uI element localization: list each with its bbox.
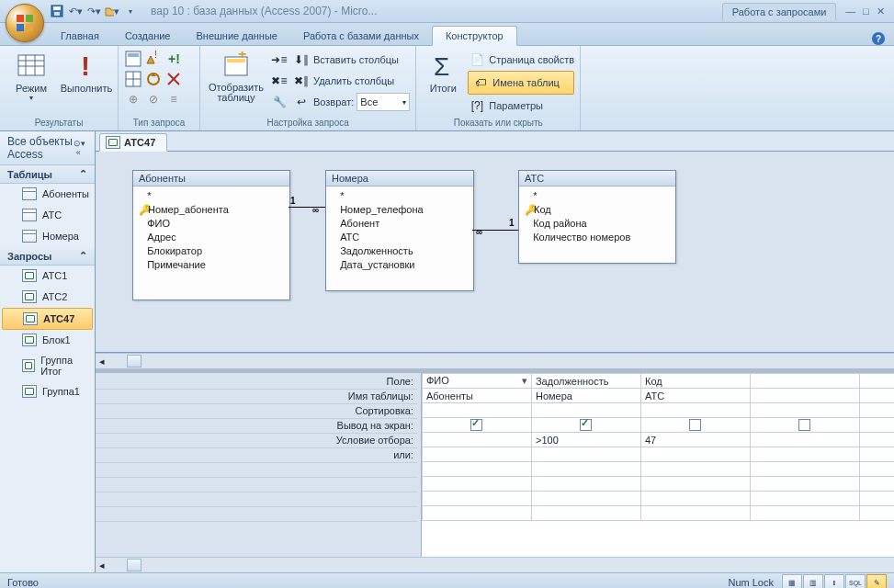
window-title: вар 10 : база данных (Access 2007) - Mic…	[141, 5, 719, 17]
svg-rect-6	[54, 12, 60, 16]
svg-rect-14	[128, 53, 139, 57]
close-icon[interactable]: ✕	[877, 6, 885, 17]
property-sheet-button[interactable]: 📄Страница свойств	[468, 50, 574, 70]
group-querysetup: + Отобразить таблицу ➜≡ ✖≡ 🔧 ⬇∥Вставить …	[200, 46, 416, 130]
group-showhide-title: Показать или скрыть	[422, 118, 574, 129]
show-checkbox[interactable]	[689, 419, 701, 431]
union-icon[interactable]: ⊕	[124, 90, 142, 108]
svg-text:!: !	[81, 51, 90, 81]
diagram-pane[interactable]: Абоненты * 🔑Номер_абонента ФИО Адрес Бло…	[96, 152, 894, 353]
office-button[interactable]	[6, 4, 44, 42]
nav-item-gruppa1[interactable]: Группа1	[0, 381, 95, 402]
qbe-show-row	[422, 418, 894, 433]
svg-text:Σ: Σ	[434, 52, 449, 81]
relation-one: 1	[290, 196, 296, 206]
nav-item-blok1[interactable]: Блок1	[0, 330, 95, 351]
diagram-table-nomera[interactable]: Номера * Номер_телефона Абонент АТС Задо…	[325, 170, 474, 291]
doc-tab-ats47[interactable]: АТС47	[99, 133, 167, 152]
svg-text:+!: +!	[168, 51, 180, 66]
nav-header[interactable]: Все объекты Access⊙▾ «	[0, 131, 95, 165]
query-icon	[23, 312, 38, 325]
tab-home[interactable]: Главная	[48, 27, 112, 45]
view-pivot-icon[interactable]: ▥	[803, 574, 823, 588]
nav-item-ats47[interactable]: АТС47	[2, 308, 93, 330]
titlebar: ↶▾ ↷▾ ▾ ▾ вар 10 : база данных (Access 2…	[0, 0, 894, 23]
ribbon-tabs: Главная Создание Внешние данные Работа с…	[0, 23, 894, 46]
tab-create[interactable]: Создание	[112, 27, 184, 45]
showtable-button[interactable]: + Отобразить таблицу	[206, 50, 266, 103]
view-button[interactable]: Режим▾	[6, 50, 57, 102]
nav-item-ats[interactable]: АТС	[0, 205, 95, 226]
delete-cols-button[interactable]: ✖∥Удалить столбцы	[292, 71, 410, 91]
help-icon[interactable]: ?	[872, 32, 885, 45]
qat-save-icon[interactable]	[50, 4, 64, 18]
group-querysetup-title: Настройка запроса	[206, 118, 410, 129]
tab-dbtools[interactable]: Работа с базами данных	[290, 27, 432, 45]
delete-icon[interactable]	[164, 70, 183, 88]
relation-many: ∞	[476, 227, 482, 237]
return-combo[interactable]: Все▾	[356, 93, 410, 111]
diagram-table-abonenty[interactable]: Абоненты * 🔑Номер_абонента ФИО Адрес Бло…	[132, 170, 290, 300]
query-icon	[22, 385, 37, 398]
totals-button[interactable]: Σ Итоги	[422, 50, 464, 94]
qbe-grid[interactable]: ФИО▾ ЗадолженностьКод АбонентыНомераАТС	[422, 373, 894, 557]
parameters-button[interactable]: [?]Параметры	[468, 96, 574, 116]
svg-text:!: !	[154, 51, 157, 60]
show-checkbox[interactable]	[798, 419, 810, 431]
show-checkbox[interactable]	[580, 419, 592, 431]
passthrough-icon[interactable]: ⊘	[144, 90, 163, 108]
context-tab: Работа с запросами	[722, 3, 837, 20]
delete-rows-button[interactable]: ✖≡	[270, 71, 289, 91]
crosstab-icon[interactable]	[124, 70, 142, 88]
query-icon	[22, 269, 37, 282]
maketable-icon[interactable]: !	[144, 50, 163, 68]
insert-rows-button[interactable]: ➜≡	[270, 50, 289, 70]
nav-section-tables[interactable]: Таблицы⌃	[0, 165, 95, 184]
datadef-icon[interactable]: ≡	[164, 90, 183, 108]
qbe-criteria-row: >10047	[422, 433, 894, 447]
qbe-pane: Поле:Имя таблицы:Сортировка: Вывод на эк…	[96, 368, 894, 557]
qbe-table-row: АбонентыНомераАТС	[422, 389, 894, 403]
qbe-sort-row	[422, 403, 894, 418]
view-datasheet-icon[interactable]: ▦	[782, 574, 802, 588]
table-icon	[22, 187, 37, 200]
run-button[interactable]: ! Выполнить	[61, 50, 112, 94]
query-icon	[106, 136, 120, 149]
insert-cols-button[interactable]: ⬇∥Вставить столбцы	[292, 50, 410, 70]
select-query-icon[interactable]	[124, 50, 142, 68]
append-icon[interactable]: +!	[164, 50, 183, 68]
tab-design[interactable]: Конструктор	[432, 26, 517, 46]
view-design-icon[interactable]: ✎	[866, 574, 887, 588]
svg-rect-3	[26, 24, 33, 31]
status-numlock: Num Lock	[728, 577, 774, 588]
qat-undo-icon[interactable]: ↶▾	[68, 4, 83, 18]
relation-line	[289, 207, 325, 208]
nav-section-queries[interactable]: Запросы⌃	[0, 247, 95, 266]
tab-external[interactable]: Внешние данные	[184, 27, 290, 45]
update-icon[interactable]	[144, 70, 163, 88]
table-names-button[interactable]: 🏷Имена таблиц	[468, 71, 574, 95]
qat-more-icon[interactable]: ▾	[123, 4, 138, 18]
view-sql-icon[interactable]: SQL	[845, 574, 866, 588]
dropdown-icon[interactable]: ▾	[522, 375, 527, 387]
design-canvas: АТС47 ✕ Абоненты * 🔑Номер_абонента ФИО А…	[96, 131, 894, 572]
nav-item-ats2[interactable]: АТС2	[0, 287, 95, 308]
nav-pane: Все объекты Access⊙▾ « Таблицы⌃ Абоненты…	[0, 131, 96, 572]
nav-item-ats1[interactable]: АТС1	[0, 266, 95, 287]
builder-button[interactable]: 🔧	[270, 92, 289, 112]
maximize-icon[interactable]: □	[863, 6, 869, 17]
show-checkbox[interactable]	[470, 419, 482, 431]
nav-item-gruppa-itog[interactable]: Группа Итог	[0, 351, 95, 381]
group-showhide: Σ Итоги 📄Страница свойств 🏷Имена таблиц …	[416, 46, 581, 130]
group-querytype-title: Тип запроса	[124, 118, 194, 129]
nav-item-nomera[interactable]: Номера	[0, 226, 95, 247]
qat-open-icon[interactable]: ▾	[105, 4, 119, 18]
diagram-table-ats[interactable]: АТС * 🔑Код Код района Количество номеров	[518, 170, 676, 264]
table-icon	[22, 209, 37, 221]
nav-item-abonenty[interactable]: Абоненты	[0, 184, 95, 205]
minimize-icon[interactable]: —	[845, 6, 855, 17]
view-chart-icon[interactable]: ⫿	[824, 574, 844, 588]
diagram-hscroll[interactable]: ◂	[96, 353, 894, 368]
qbe-hscroll[interactable]: ◂	[96, 557, 894, 572]
qat-redo-icon[interactable]: ↷▾	[86, 4, 101, 18]
